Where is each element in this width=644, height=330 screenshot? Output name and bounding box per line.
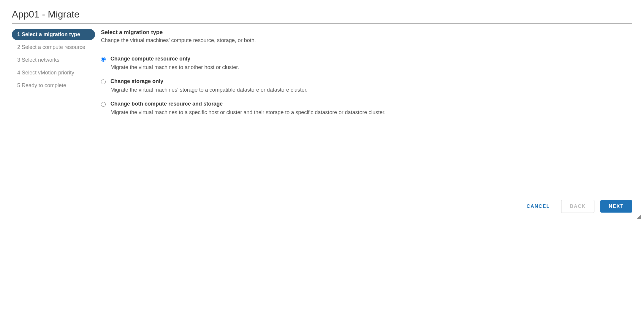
wizard-step-5[interactable]: 5 Ready to complete xyxy=(12,80,95,91)
next-button[interactable]: NEXT xyxy=(600,200,632,213)
option-desc: Migrate the virtual machines to another … xyxy=(110,64,632,71)
panel-header: Select a migration type Change the virtu… xyxy=(101,29,632,49)
panel-subtitle: Change the virtual machines' compute res… xyxy=(101,37,632,44)
option-storage-only[interactable]: Change storage only Migrate the virtual … xyxy=(101,78,632,93)
main-panel: Select a migration type Change the virtu… xyxy=(101,29,632,213)
option-text: Change storage only Migrate the virtual … xyxy=(110,78,632,93)
radio-compute-only[interactable] xyxy=(101,57,106,62)
panel-title: Select a migration type xyxy=(101,29,632,36)
dialog-title: App01 - Migrate xyxy=(12,9,632,24)
radio-storage-only[interactable] xyxy=(101,79,106,84)
option-label: Change storage only xyxy=(110,78,632,85)
resize-handle-icon[interactable] xyxy=(637,215,641,219)
option-desc: Migrate the virtual machines' storage to… xyxy=(110,87,632,93)
option-text: Change both compute resource and storage… xyxy=(110,101,632,116)
wizard-step-4[interactable]: 4 Select vMotion priority xyxy=(12,67,95,78)
option-desc: Migrate the virtual machines to a specif… xyxy=(110,109,632,116)
option-compute-only[interactable]: Change compute resource only Migrate the… xyxy=(101,56,632,71)
wizard-step-2[interactable]: 2 Select a compute resource xyxy=(12,42,95,53)
wizard-footer: CANCEL BACK NEXT xyxy=(101,194,632,213)
option-label: Change both compute resource and storage xyxy=(110,101,632,107)
content-wrapper: 1 Select a migration type 2 Select a com… xyxy=(12,29,632,213)
migration-options: Change compute resource only Migrate the… xyxy=(101,56,632,123)
wizard-step-1[interactable]: 1 Select a migration type xyxy=(12,29,95,40)
cancel-button[interactable]: CANCEL xyxy=(521,200,555,213)
option-label: Change compute resource only xyxy=(110,56,632,62)
option-both[interactable]: Change both compute resource and storage… xyxy=(101,101,632,116)
wizard-step-3[interactable]: 3 Select networks xyxy=(12,55,95,66)
option-text: Change compute resource only Migrate the… xyxy=(110,56,632,71)
radio-both[interactable] xyxy=(101,102,106,107)
wizard-steps: 1 Select a migration type 2 Select a com… xyxy=(12,29,101,213)
back-button: BACK xyxy=(561,200,594,213)
